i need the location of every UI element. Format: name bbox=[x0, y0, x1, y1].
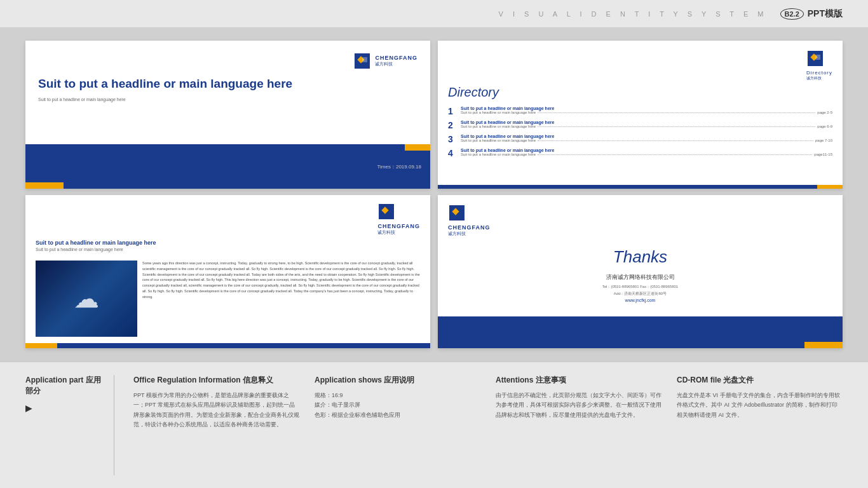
bottom-col-title-3: CD-ROM file 光盘文件 bbox=[677, 375, 843, 386]
bottom-col-text-1: 规格：16:9媒介：电子显示屏色彩：根据企业标准色辅助色应用 bbox=[315, 391, 480, 420]
content-brand-text: CHENGFANG 诚方科技 bbox=[377, 223, 420, 236]
thanks-website: www.jncfkj.com bbox=[448, 298, 832, 302]
cover-headline: Suit to put a headline or main language … bbox=[38, 76, 417, 92]
dir-item-num: 1 bbox=[448, 106, 457, 116]
directory-item: 3 Suit to put a headline or main languag… bbox=[448, 134, 832, 144]
dir-dotted-line bbox=[538, 140, 813, 141]
thanks-brand-text: CHENGFANG 诚方科技 bbox=[448, 224, 491, 237]
dir-item-sub: Suit to put a headline or main language … bbox=[461, 111, 536, 114]
cloud-icon: ☁ bbox=[74, 284, 99, 313]
app-part-col: Application part 应用部分 ▶ bbox=[25, 375, 114, 475]
content-logo: CHENGFANG 诚方科技 bbox=[377, 203, 420, 236]
bottom-col-0: Office Regulation Information 信息释义 PPT 模… bbox=[133, 375, 299, 475]
dir-item-num: 2 bbox=[448, 120, 457, 130]
dir-item-page: page 7-10 bbox=[815, 139, 832, 142]
cover-brand-cn: 诚方科技 bbox=[375, 61, 417, 67]
header: V I S U A L I D E N T I T Y S Y S T E M … bbox=[0, 0, 868, 28]
dir-item-page: page 2-5 bbox=[817, 111, 832, 114]
content-bottom-bar bbox=[25, 343, 430, 348]
thanks-logo-icon bbox=[448, 204, 466, 222]
cover-bottom-bar: Times：2019.09.18 bbox=[25, 144, 430, 189]
thanks-logo-area: CHENGFANG 诚方科技 bbox=[448, 204, 832, 237]
directory-title: Directory bbox=[448, 85, 832, 100]
dir-item-page: page 6-9 bbox=[817, 125, 832, 128]
bottom-col-2: Attentions 注意事项 由于信息的不确定性，此页部分规范（如文字大小、间… bbox=[496, 375, 661, 475]
slides-area: CHENGFANG 诚方科技 Suit to put a headline or… bbox=[0, 28, 868, 361]
dir-item-page: page11-15 bbox=[814, 152, 832, 156]
ppt-label: PPT模版 bbox=[808, 8, 843, 20]
slides-row-top: CHENGFANG 诚方科技 Suit to put a headline or… bbox=[25, 41, 843, 189]
dir-brand-name: Directory bbox=[806, 70, 832, 76]
directory-item: 2 Suit to put a headline or main languag… bbox=[448, 120, 832, 130]
dir-item-content: Suit to put a headline or main language … bbox=[461, 134, 832, 142]
dir-dotted-line bbox=[538, 126, 815, 127]
slide-thanks: CHENGFANG 诚方科技 Thanks 济南诚方网络科技有限公司 Tel：(… bbox=[438, 195, 843, 348]
vis-label: V I S U A L I D E N T I T Y S Y S T E M bbox=[499, 10, 768, 18]
dir-item-title: Suit to put a headline or main language … bbox=[461, 148, 832, 152]
bottom-col-3: CD-ROM file 光盘文件 光盘文件是本 VI 手册电子文件的集合，内含手… bbox=[677, 375, 843, 475]
slides-row-bottom: CHENGFANG 诚方科技 Suit to put a headline or… bbox=[25, 195, 843, 348]
dir-logo-icon bbox=[806, 50, 824, 67]
bottom-col-title-1: Application shows 应用说明 bbox=[315, 375, 480, 386]
dir-item-title: Suit to put a headline or main language … bbox=[461, 134, 832, 139]
badge-label: B2.2 bbox=[780, 8, 804, 20]
dir-item-num: 3 bbox=[448, 134, 457, 144]
cover-orange-left bbox=[25, 182, 64, 189]
cover-date: Times：2019.09.18 bbox=[377, 163, 421, 170]
app-part-title: Application part 应用部分 bbox=[25, 375, 101, 396]
content-image: ☁ bbox=[36, 261, 137, 337]
dir-item-content: Suit to put a headline or main language … bbox=[461, 106, 832, 114]
content-text: Some years ago this direction was just a… bbox=[142, 261, 420, 337]
thanks-orange-right bbox=[804, 342, 843, 348]
thanks-title: Thanks bbox=[448, 247, 832, 267]
svg-rect-2 bbox=[362, 57, 367, 62]
slide-content: CHENGFANG 诚方科技 Suit to put a headline or… bbox=[25, 195, 430, 348]
slide-cover: CHENGFANG 诚方科技 Suit to put a headline or… bbox=[25, 41, 430, 189]
cover-brand-text: CHENGFANG 诚方科技 bbox=[375, 55, 417, 67]
content-headline: Suit to put a headline or main language … bbox=[36, 240, 420, 246]
thanks-tel: Tel：(0531-88965801 Fax：(0531-88965801 bbox=[448, 284, 832, 290]
content-orange-stripe bbox=[25, 343, 57, 348]
cover-orange-right bbox=[405, 144, 430, 151]
content-brand-cn: 诚方科技 bbox=[377, 229, 420, 236]
bottom-col-text-2: 由于信息的不确定性，此页部分规范（如文字大小、间距等）可作为参考使用，具体可根据… bbox=[496, 391, 661, 420]
content-body: ☁ Some years ago this direction was just… bbox=[25, 261, 430, 343]
thanks-logo: CHENGFANG 诚方科技 bbox=[448, 204, 491, 237]
dir-dotted-line bbox=[538, 154, 812, 155]
dir-item-title: Suit to put a headline or main language … bbox=[461, 120, 832, 125]
directory-item: 1 Suit to put a headline or main languag… bbox=[448, 106, 832, 116]
dir-item-sub: Suit to put a headline or main language … bbox=[461, 139, 536, 142]
dir-orange-end bbox=[817, 185, 843, 189]
dir-item-title: Suit to put a headline or main language … bbox=[461, 106, 832, 111]
content-logo-icon bbox=[377, 203, 395, 220]
app-part-arrow: ▶ bbox=[25, 403, 101, 413]
dir-bottom bbox=[438, 182, 843, 189]
thanks-brand-name: CHENGFANG bbox=[448, 224, 491, 231]
cover-logo: CHENGFANG 诚方科技 bbox=[353, 52, 417, 70]
cover-subline: Suit to put a headline or main language … bbox=[38, 97, 417, 102]
dir-brand-text: Directory 诚方科技 bbox=[806, 70, 832, 81]
dir-item-content: Suit to put a headline or main language … bbox=[461, 120, 832, 128]
svg-rect-5 bbox=[815, 55, 820, 60]
bottom-col-1: Application shows 应用说明 规格：16:9媒介：电子显示屏色彩… bbox=[315, 375, 480, 475]
dir-brand-cn: 诚方科技 bbox=[806, 76, 832, 81]
dir-logo: Directory 诚方科技 bbox=[806, 50, 832, 81]
content-subheadline: Suit to put a headline or main language … bbox=[36, 247, 420, 252]
content-logo-area: CHENGFANG 诚方科技 bbox=[36, 203, 420, 236]
directory-item: 4 Suit to put a headline or main languag… bbox=[448, 148, 832, 158]
dir-item-sub: Suit to put a headline or main language … bbox=[461, 125, 536, 128]
directory-items: 1 Suit to put a headline or main languag… bbox=[448, 106, 832, 158]
dir-item-num: 4 bbox=[448, 148, 457, 158]
dir-logo-area: Directory 诚方科技 bbox=[448, 50, 832, 81]
content-brand-name: CHENGFANG bbox=[377, 223, 420, 229]
slide-directory: Directory 诚方科技 Directory 1 Suit to put a… bbox=[438, 41, 843, 189]
thanks-company: 济南诚方网络科技有限公司 bbox=[448, 273, 832, 281]
dir-dotted-line bbox=[538, 112, 815, 113]
cover-logo-area: CHENGFANG 诚方科技 bbox=[38, 52, 417, 70]
logo-icon bbox=[353, 52, 371, 70]
cover-brand-name: CHENGFANG bbox=[375, 55, 417, 61]
thanks-bottom-bar bbox=[438, 316, 843, 348]
dir-bottom-bar bbox=[438, 185, 843, 189]
bottom-col-text-3: 光盘文件是本 VI 手册电子文件的集合，内含手册制作时的专用软件格式文件。其中 … bbox=[677, 391, 843, 420]
dir-item-content: Suit to put a headline or main language … bbox=[461, 148, 832, 156]
